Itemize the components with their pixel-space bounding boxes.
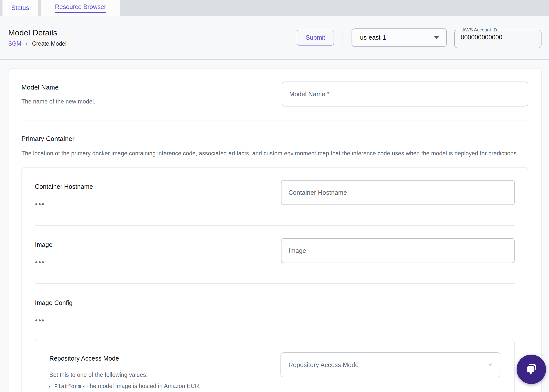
- chevron-down-icon: [488, 364, 492, 366]
- section-divider: [21, 120, 528, 120]
- tab-bar: Status Resource Browser: [0, 0, 549, 16]
- field-divider: [35, 225, 515, 226]
- container-hostname-heading: Container Hostname: [35, 183, 93, 190]
- chat-bubbles-icon: [524, 362, 539, 377]
- header-divider: [343, 30, 343, 45]
- tab-resource-browser-label: Resource Browser: [55, 3, 106, 13]
- breadcrumb-current: Create Model: [32, 40, 67, 47]
- option-text: - The model image is hosted in Amazon EC…: [83, 383, 201, 389]
- aws-account-id-label: AWS Account ID: [460, 27, 499, 33]
- model-name-heading: Model Name: [21, 84, 95, 91]
- region-select-value: us-east-1: [360, 34, 386, 41]
- image-config-heading: Image Config: [35, 299, 73, 306]
- breadcrumb-parent-link[interactable]: SGM: [8, 40, 21, 47]
- ellipsis-icon[interactable]: [35, 260, 44, 264]
- aws-account-id-input[interactable]: [458, 33, 538, 41]
- repository-access-mode-select-placeholder: Repository Access Mode: [288, 361, 359, 369]
- page-header: Model Details SGM / Create Model Submit …: [0, 16, 549, 60]
- chat-fab-button[interactable]: [517, 355, 546, 384]
- model-name-label-block: Model Name The name of the new model.: [21, 82, 95, 105]
- image-input[interactable]: [281, 238, 515, 263]
- image-config-label-block: Image Config: [35, 296, 73, 322]
- repository-access-mode-heading: Repository Access Mode: [49, 355, 245, 362]
- repository-access-mode-row: Repository Access Mode Set this to one o…: [49, 352, 500, 392]
- model-name-description: The name of the new model.: [21, 98, 95, 105]
- image-config-row: Image Config: [35, 296, 515, 322]
- repository-access-mode-select[interactable]: Repository Access Mode: [280, 352, 500, 377]
- field-divider: [35, 283, 515, 284]
- primary-container-group: Container Hostname Image Image Config: [21, 167, 528, 392]
- container-hostname-label-block: Container Hostname: [35, 180, 93, 206]
- breadcrumb: SGM / Create Model: [8, 40, 67, 47]
- aws-account-id-field: AWS Account ID: [454, 27, 542, 48]
- ellipsis-icon[interactable]: [35, 202, 44, 206]
- page-title: Model Details: [8, 28, 67, 37]
- chevron-down-icon: [434, 36, 439, 39]
- header-title-block: Model Details SGM / Create Model: [8, 28, 67, 47]
- option-code: Platform: [54, 384, 81, 390]
- image-heading: Image: [35, 241, 52, 248]
- repository-access-mode-description: Set this to one of the following values:: [49, 372, 245, 378]
- submit-button[interactable]: Submit: [297, 30, 334, 46]
- image-label-block: Image: [35, 238, 52, 264]
- region-select[interactable]: us-east-1: [352, 28, 447, 47]
- model-name-input[interactable]: [282, 82, 528, 106]
- model-name-row: Model Name The name of the new model.: [21, 82, 528, 106]
- breadcrumb-separator: /: [26, 40, 27, 47]
- repository-access-mode-options-list: Platform - The model image is hosted in …: [53, 383, 245, 392]
- ellipsis-icon[interactable]: [35, 318, 44, 322]
- header-controls: Submit us-east-1 AWS Account ID: [297, 27, 542, 48]
- primary-container-heading: Primary Container: [21, 135, 528, 143]
- primary-container-description: The location of the primary docker image…: [21, 149, 523, 158]
- list-item: Platform - The model image is hosted in …: [53, 383, 245, 390]
- image-config-group: Repository Access Mode Set this to one o…: [35, 339, 515, 392]
- repository-access-mode-label-block: Repository Access Mode Set this to one o…: [49, 352, 245, 392]
- model-details-card: Model Name The name of the new model. Pr…: [8, 68, 542, 392]
- tab-status-label: Status: [11, 4, 29, 11]
- container-hostname-row: Container Hostname: [35, 180, 515, 206]
- tab-resource-browser[interactable]: Resource Browser: [41, 0, 120, 16]
- image-row: Image: [35, 238, 515, 264]
- container-hostname-input[interactable]: [281, 180, 515, 205]
- tab-status[interactable]: Status: [2, 0, 38, 16]
